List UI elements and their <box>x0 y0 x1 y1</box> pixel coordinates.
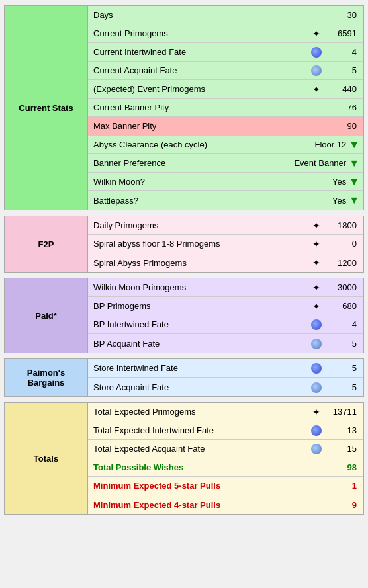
bp-acquaint-value[interactable]: 5 <box>324 339 363 349</box>
primo-icon-2: ✦ <box>309 84 324 95</box>
row-event-primogems: (Expected) Event Primogems ✦ 440 <box>88 80 363 99</box>
row-min-5star: Minimum Expected 5-star Pulls 1 <box>88 477 363 495</box>
intertwined-icon <box>309 46 324 58</box>
abyss-clearance-value: Floor 12 <box>314 140 346 149</box>
current-acquaint-label: Current Acquaint Fate <box>88 64 309 77</box>
spiral-abyss-18-label: Spiral abyss floor 1-8 Primogems <box>88 237 309 250</box>
daily-primogems-value[interactable]: 1800 <box>324 220 363 230</box>
row-current-intertwined: Current Intertwined Fate 4 <box>88 43 363 62</box>
wilkin-moon-arrow: ▼ <box>349 176 359 188</box>
paid-title: Paid* <box>35 311 57 321</box>
f2p-rows: Daily Primogems ✦ 1800 Spiral abyss floo… <box>87 216 363 272</box>
spiral-abyss-primogems-value[interactable]: 1200 <box>324 258 363 268</box>
banner-pity-value[interactable]: 76 <box>324 103 363 112</box>
paimons-bargains-label: Paimon's Bargains <box>5 359 87 396</box>
f2p-title: F2P <box>38 239 54 249</box>
paimons-bargains-section: Paimon's Bargains Store Intertwined Fate… <box>4 358 364 397</box>
min-5star-label: Minimum Expected 5-star Pulls <box>88 480 324 492</box>
min-4star-value[interactable]: 9 <box>324 500 363 510</box>
paid-rows: Wilkin Moon Primogems ✦ 3000 BP Primogem… <box>87 278 363 353</box>
acquaint-icon <box>309 65 324 76</box>
bp-intertwined-value[interactable]: 4 <box>324 319 363 329</box>
store-acquaint-value[interactable]: 5 <box>324 382 363 392</box>
wilkin-moon-label: Wilkin Moon? <box>88 175 291 188</box>
days-label: Days <box>88 9 324 21</box>
row-max-banner-pity: Max Banner Pity 90 <box>88 117 363 136</box>
current-primogems-value[interactable]: 6591 <box>324 28 363 38</box>
f2p-primo-icon-2: ✦ <box>309 239 324 249</box>
spiral-abyss-18-value[interactable]: 0 <box>324 239 363 249</box>
store-intertwined-icon <box>309 362 324 374</box>
totals-label: Totals <box>5 403 87 514</box>
store-acquaint-icon <box>309 381 324 392</box>
row-bp-acquaint: BP Acquaint Fate 5 <box>88 334 363 353</box>
paimons-bargains-rows: Store Intertwined Fate 5 Store Acquaint … <box>87 359 363 396</box>
bp-acquaint-label: BP Acquaint Fate <box>88 337 309 350</box>
paimons-bargains-title: Paimon's Bargains <box>9 368 83 388</box>
totals-section: Totals Total Expected Primogems ✦ 13711 … <box>4 402 364 515</box>
row-banner-pity: Current Banner Pity 76 <box>88 99 363 117</box>
abyss-clearance-label: Abyss Clearance (each cycle) <box>88 138 291 151</box>
row-battlepass: Battlepass? Yes ▼ <box>88 191 363 210</box>
row-total-intertwined: Total Expected Intertwined Fate 13 <box>88 421 363 440</box>
row-days: Days 30 <box>88 6 363 24</box>
daily-primogems-label: Daily Primogems <box>88 219 309 231</box>
event-primogems-label: (Expected) Event Primogems <box>88 83 309 95</box>
totals-title: Totals <box>34 454 58 464</box>
total-acquaint-label: Total Expected Acquaint Fate <box>88 442 309 455</box>
battlepass-arrow: ▼ <box>349 194 359 206</box>
abyss-clearance-dropdown[interactable]: Floor 12 ▼ <box>291 139 363 151</box>
current-acquaint-value[interactable]: 5 <box>324 65 363 75</box>
total-wishes-value[interactable]: 98 <box>324 462 363 472</box>
total-intertwined-value[interactable]: 13 <box>324 425 363 435</box>
totals-intertwined-icon <box>309 425 324 436</box>
row-wilkin-moon: Wilkin Moon? Yes ▼ <box>88 173 363 191</box>
total-acquaint-value[interactable]: 15 <box>324 444 363 454</box>
max-banner-pity-label: Max Banner Pity <box>88 120 324 132</box>
wilkin-primogems-value[interactable]: 3000 <box>324 282 363 292</box>
totals-primo-icon: ✦ <box>309 407 324 417</box>
paid-primo-icon-2: ✦ <box>309 301 324 312</box>
current-intertwined-label: Current Intertwined Fate <box>88 46 309 58</box>
current-stats-title: Current Stats <box>19 103 73 113</box>
current-stats-label: Current Stats <box>5 6 87 210</box>
row-bp-intertwined: BP Intertwined Fate 4 <box>88 315 363 334</box>
paid-section: Paid* Wilkin Moon Primogems ✦ 3000 BP Pr… <box>4 278 364 353</box>
min-4star-label: Minimum Expected 4-star Pulls <box>88 499 324 511</box>
current-intertwined-value[interactable]: 4 <box>324 47 363 57</box>
current-primogems-label: Current Primogems <box>88 27 309 40</box>
event-primogems-value[interactable]: 440 <box>324 84 363 94</box>
row-total-acquaint: Total Expected Acquaint Fate 15 <box>88 440 363 458</box>
totals-rows: Total Expected Primogems ✦ 13711 Total E… <box>87 403 363 514</box>
row-bp-primogems: BP Primogems ✦ 680 <box>88 297 363 315</box>
wilkin-primogems-label: Wilkin Moon Primogems <box>88 281 309 294</box>
row-total-primogems: Total Expected Primogems ✦ 13711 <box>88 403 363 421</box>
min-5star-value[interactable]: 1 <box>324 481 363 491</box>
current-stats-rows: Days 30 Current Primogems ✦ 6591 Current… <box>87 6 363 210</box>
battlepass-value: Yes <box>332 196 346 206</box>
wilkin-moon-dropdown[interactable]: Yes ▼ <box>291 176 363 188</box>
bp-primogems-label: BP Primogems <box>88 300 309 312</box>
store-intertwined-label: Store Intertwined Fate <box>88 362 309 374</box>
store-intertwined-value[interactable]: 5 <box>324 363 363 373</box>
total-wishes-label: Total Possible Wishes <box>88 461 324 474</box>
banner-preference-dropdown[interactable]: Event Banner ▼ <box>291 157 363 169</box>
abyss-clearance-arrow: ▼ <box>349 139 359 151</box>
total-primogems-value[interactable]: 13711 <box>324 407 363 417</box>
battlepass-label: Battlepass? <box>88 194 291 207</box>
battlepass-dropdown[interactable]: Yes ▼ <box>291 194 363 206</box>
primo-icon: ✦ <box>309 28 324 39</box>
row-banner-preference: Banner Preference Event Banner ▼ <box>88 154 363 173</box>
row-current-acquaint: Current Acquaint Fate 5 <box>88 62 363 80</box>
row-store-intertwined: Store Intertwined Fate 5 <box>88 359 363 378</box>
f2p-primo-icon-3: ✦ <box>309 257 324 268</box>
bp-primogems-value[interactable]: 680 <box>324 301 363 311</box>
paid-primo-icon-1: ✦ <box>309 282 324 293</box>
max-banner-pity-value[interactable]: 90 <box>324 121 363 131</box>
paid-intertwined-icon <box>309 319 324 330</box>
banner-preference-value: Event Banner <box>294 158 346 168</box>
days-value[interactable]: 30 <box>324 10 363 20</box>
total-primogems-label: Total Expected Primogems <box>88 405 309 418</box>
banner-pity-label: Current Banner Pity <box>88 101 324 114</box>
banner-preference-label: Banner Preference <box>88 157 291 169</box>
